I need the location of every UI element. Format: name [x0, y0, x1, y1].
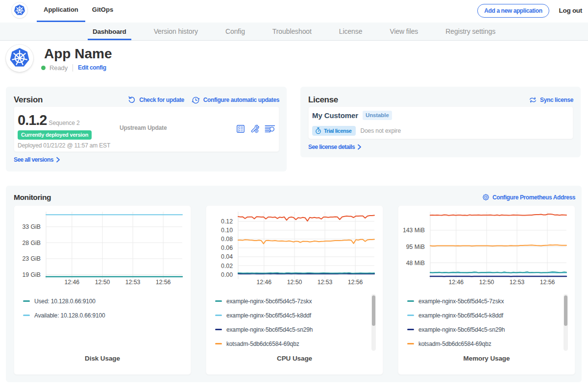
legend-scrollbar[interactable]	[564, 294, 568, 351]
gear-icon	[483, 194, 489, 200]
legend-item: example-nginx-5bc6f5d4c5-sn29h	[407, 322, 575, 337]
legend-label: kotsadm-5db6dc6584-69qbz	[226, 341, 299, 347]
svg-text:12:50: 12:50	[287, 279, 302, 286]
see-license-details-link[interactable]: See license details	[308, 144, 573, 150]
deployed-timestamp: Deployed 01/21/22 @ 11:57 am EST	[18, 142, 120, 149]
kubernetes-logo-icon	[13, 4, 26, 17]
tab-gitops[interactable]: GitOps	[85, 0, 120, 23]
cpu-usage-chart: 12:4612:5012:5312:560.000.020.040.060.08…	[206, 210, 384, 292]
subnav-item-dashboard[interactable]: Dashboard	[79, 23, 140, 40]
legend-item: example-nginx-5bc6f5d4c5-k8ddf	[407, 308, 575, 322]
kubernetes-logo	[12, 2, 27, 18]
subnav-item-troubleshoot[interactable]: Troubleshoot	[259, 23, 325, 40]
svg-text:48 MiB: 48 MiB	[406, 260, 425, 267]
version-sequence: Sequence 2	[49, 120, 80, 126]
legend-label: kotsadm-5db6dc6584-69qbz	[418, 341, 491, 347]
channel-badge: Unstable	[363, 111, 392, 120]
edit-config-link[interactable]: Edit config	[78, 64, 106, 71]
configure-automatic-updates-link[interactable]: Configure automatic updates	[192, 96, 279, 104]
svg-text:95 MiB: 95 MiB	[406, 244, 425, 250]
legend-color-dash	[407, 300, 414, 302]
sync-license-label: Sync license	[540, 97, 573, 103]
legend-color-dash	[407, 343, 414, 344]
cpu-usage-legend: example-nginx-5bc6f5d4c5-7zskxexample-ng…	[206, 294, 383, 351]
edit-config-button[interactable]	[250, 124, 259, 133]
version-source: Upstream Update	[120, 114, 167, 151]
license-card: License Sync license My Customer Unstabl…	[300, 87, 581, 157]
see-all-versions-link[interactable]: See all versions	[14, 156, 279, 163]
license-type-label: Trial license	[324, 128, 351, 134]
legend-label: example-nginx-5bc6f5d4c5-7zskx	[226, 298, 312, 305]
legend-scrollbar-thumb[interactable]	[564, 295, 567, 326]
legend-color-dash	[215, 300, 222, 302]
chevron-right-icon	[56, 157, 60, 163]
check-for-update-label: Check for update	[139, 97, 184, 103]
svg-text:12:56: 12:56	[348, 279, 363, 286]
subnav-item-registry-settings[interactable]: Registry settings	[432, 23, 509, 40]
view-files-button[interactable]	[265, 125, 275, 133]
legend-label: Available: 10.128.0.66:9100	[34, 312, 105, 319]
memory-usage-title: Memory Usage	[398, 355, 575, 374]
status-dot	[41, 66, 46, 70]
refresh-icon	[128, 96, 136, 104]
status-text: Ready	[49, 64, 68, 72]
memory-usage-chart: 12:4612:5012:5312:5648 MiB95 MiB143 MiB	[398, 210, 576, 292]
app-logo	[6, 45, 33, 72]
legend-color-dash	[407, 315, 414, 316]
configure-prometheus-label: Configure Prometheus Address	[492, 194, 575, 201]
cpu-usage-title: CPU Usage	[206, 355, 383, 374]
sync-license-link[interactable]: Sync license	[529, 97, 573, 103]
subnav-item-config[interactable]: Config	[212, 23, 259, 40]
monitoring-heading: Monitoring	[14, 193, 51, 202]
legend-item: example-nginx-5bc6f5d4c5-7zskx	[407, 294, 575, 308]
svg-text:12:53: 12:53	[510, 279, 525, 286]
version-heading: Version	[14, 95, 43, 105]
tab-application[interactable]: Application	[37, 0, 85, 23]
svg-text:12:53: 12:53	[318, 279, 333, 286]
legend-scrollbar-thumb[interactable]	[372, 295, 375, 326]
top-actions: Add a new application Log out	[477, 0, 588, 23]
see-license-details-label: See license details	[308, 144, 355, 150]
check-for-update-link[interactable]: Check for update	[128, 96, 184, 104]
legend-item: example-nginx-5bc6f5d4c5-sn29h	[215, 322, 383, 337]
legend-label: example-nginx-5bc6f5d4c5-k8ddf	[418, 312, 503, 319]
memory-usage-legend: example-nginx-5bc6f5d4c5-7zskxexample-ng…	[398, 294, 575, 351]
legend-label: example-nginx-5bc6f5d4c5-k8ddf	[226, 312, 311, 319]
sync-arrows-icon	[529, 97, 537, 103]
disk-usage-legend: Used: 10.128.0.66:9100Available: 10.128.…	[14, 294, 191, 324]
legend-item: Available: 10.128.0.66:9100	[23, 308, 191, 322]
svg-text:12:46: 12:46	[256, 279, 271, 286]
legend-item: kotsadm-5db6dc6584-69qbz	[407, 337, 575, 351]
add-application-button[interactable]: Add a new application	[477, 4, 549, 18]
current-version-box: 0.1.2 Sequence 2 Currently deployed vers…	[14, 106, 279, 152]
svg-text:0.06: 0.06	[221, 244, 233, 251]
legend-color-dash	[215, 343, 222, 344]
logout-button[interactable]: Log out	[559, 7, 582, 14]
divider	[73, 64, 73, 72]
page-title: App Name	[44, 47, 112, 61]
cpu-usage-chart-card: 12:4612:5012:5312:560.000.020.040.060.08…	[206, 205, 383, 375]
svg-text:12:53: 12:53	[125, 279, 141, 286]
schedule-update-icon	[192, 96, 200, 104]
version-number: 0.1.2	[18, 114, 47, 126]
memory-usage-chart-card: 12:4612:5012:5312:5648 MiB95 MiB143 MiB …	[398, 205, 575, 375]
svg-text:0.10: 0.10	[221, 227, 233, 234]
disk-usage-chart: 12:4612:5012:5312:5619 GiB23 GiB28 GiB33…	[14, 210, 192, 292]
subnav-item-license[interactable]: License	[325, 23, 376, 40]
legend-color-dash	[407, 329, 414, 330]
legend-item: example-nginx-5bc6f5d4c5-k8ddf	[215, 308, 383, 322]
legend-scrollbar[interactable]	[371, 294, 376, 351]
license-type-badge: Trial license	[312, 126, 356, 136]
see-all-versions-label: See all versions	[14, 156, 53, 163]
preflight-checks-button[interactable]	[236, 124, 245, 133]
subnav-item-version-history[interactable]: Version history	[140, 23, 212, 40]
subnav-item-view-files[interactable]: View files	[376, 23, 432, 40]
configure-prometheus-link[interactable]: Configure Prometheus Address	[483, 194, 575, 201]
legend-item: kotsadm-5db6dc6584-69qbz	[215, 337, 383, 351]
svg-text:28 GiB: 28 GiB	[22, 240, 41, 246]
license-heading: License	[308, 95, 338, 105]
svg-text:12:46: 12:46	[448, 279, 464, 286]
app-subnav: DashboardVersion historyConfigTroublesho…	[0, 23, 588, 41]
version-card: Version Check for update	[6, 87, 287, 171]
file-diff-icon	[265, 125, 275, 133]
